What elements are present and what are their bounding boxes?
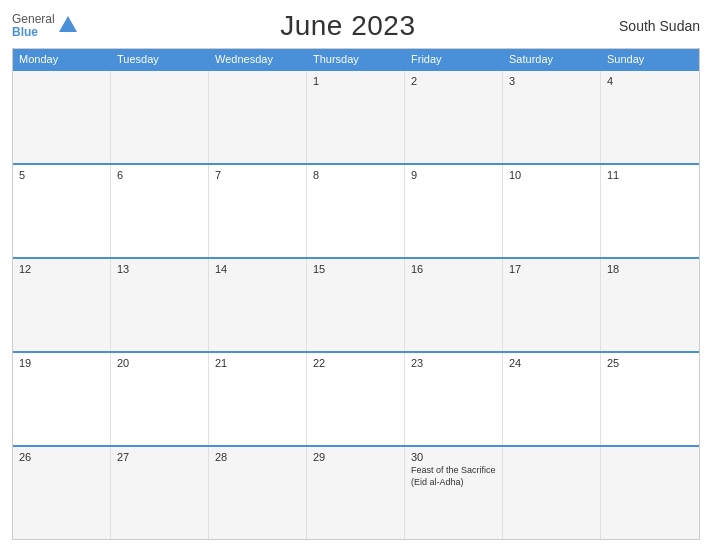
day-header-monday: Monday — [13, 49, 111, 69]
calendar-cell: 11 — [601, 165, 699, 257]
calendar-cell — [111, 71, 209, 163]
day-event: Feast of the Sacrifice (Eid al-Adha) — [411, 465, 496, 488]
day-header-friday: Friday — [405, 49, 503, 69]
day-number: 24 — [509, 357, 594, 369]
calendar-cell: 9 — [405, 165, 503, 257]
logo-text: General Blue — [12, 13, 55, 39]
week-row-3: 12131415161718 — [13, 257, 699, 351]
day-number: 20 — [117, 357, 202, 369]
day-number: 19 — [19, 357, 104, 369]
calendar-cell: 10 — [503, 165, 601, 257]
calendar-cell — [13, 71, 111, 163]
calendar-cell: 15 — [307, 259, 405, 351]
day-header-sunday: Sunday — [601, 49, 699, 69]
week-row-2: 567891011 — [13, 163, 699, 257]
calendar-cell: 22 — [307, 353, 405, 445]
calendar-cell: 14 — [209, 259, 307, 351]
calendar-cell: 28 — [209, 447, 307, 539]
day-number: 13 — [117, 263, 202, 275]
calendar-cell: 12 — [13, 259, 111, 351]
calendar-cell: 24 — [503, 353, 601, 445]
day-number: 23 — [411, 357, 496, 369]
day-number: 3 — [509, 75, 594, 87]
day-number: 28 — [215, 451, 300, 463]
day-header-tuesday: Tuesday — [111, 49, 209, 69]
day-number: 14 — [215, 263, 300, 275]
week-row-5: 2627282930Feast of the Sacrifice (Eid al… — [13, 445, 699, 539]
calendar-cell: 4 — [601, 71, 699, 163]
calendar-cell: 26 — [13, 447, 111, 539]
day-number: 12 — [19, 263, 104, 275]
calendar-cell: 8 — [307, 165, 405, 257]
calendar-cell: 16 — [405, 259, 503, 351]
calendar-cell: 18 — [601, 259, 699, 351]
day-number: 22 — [313, 357, 398, 369]
day-number: 27 — [117, 451, 202, 463]
day-header-thursday: Thursday — [307, 49, 405, 69]
day-number: 21 — [215, 357, 300, 369]
calendar-cell: 2 — [405, 71, 503, 163]
logo: General Blue — [12, 13, 77, 39]
day-number: 29 — [313, 451, 398, 463]
calendar-cell: 25 — [601, 353, 699, 445]
day-number: 8 — [313, 169, 398, 181]
calendar-cell: 21 — [209, 353, 307, 445]
day-number: 7 — [215, 169, 300, 181]
day-header-wednesday: Wednesday — [209, 49, 307, 69]
day-number: 25 — [607, 357, 693, 369]
day-number: 26 — [19, 451, 104, 463]
day-header-saturday: Saturday — [503, 49, 601, 69]
logo-triangle-icon — [59, 16, 77, 32]
calendar-weeks: 1234567891011121314151617181920212223242… — [13, 69, 699, 539]
day-number: 11 — [607, 169, 693, 181]
calendar-cell: 7 — [209, 165, 307, 257]
day-number: 6 — [117, 169, 202, 181]
calendar-grid: MondayTuesdayWednesdayThursdayFridaySatu… — [12, 48, 700, 540]
calendar-cell: 1 — [307, 71, 405, 163]
calendar-cell: 6 — [111, 165, 209, 257]
calendar-cell: 19 — [13, 353, 111, 445]
calendar-cell: 17 — [503, 259, 601, 351]
calendar-cell — [209, 71, 307, 163]
day-number: 30 — [411, 451, 496, 463]
day-number: 1 — [313, 75, 398, 87]
week-row-4: 19202122232425 — [13, 351, 699, 445]
calendar-cell: 30Feast of the Sacrifice (Eid al-Adha) — [405, 447, 503, 539]
day-headers-row: MondayTuesdayWednesdayThursdayFridaySatu… — [13, 49, 699, 69]
calendar-cell — [601, 447, 699, 539]
calendar-cell: 23 — [405, 353, 503, 445]
day-number: 5 — [19, 169, 104, 181]
calendar-cell: 13 — [111, 259, 209, 351]
country-label: South Sudan — [619, 18, 700, 34]
calendar-cell: 3 — [503, 71, 601, 163]
day-number: 16 — [411, 263, 496, 275]
day-number: 17 — [509, 263, 594, 275]
day-number: 4 — [607, 75, 693, 87]
calendar-page: General Blue June 2023 South Sudan Monda… — [0, 0, 712, 550]
day-number: 10 — [509, 169, 594, 181]
calendar-cell — [503, 447, 601, 539]
week-row-1: 1234 — [13, 69, 699, 163]
day-number: 18 — [607, 263, 693, 275]
day-number: 15 — [313, 263, 398, 275]
calendar-cell: 27 — [111, 447, 209, 539]
day-number: 2 — [411, 75, 496, 87]
header: General Blue June 2023 South Sudan — [12, 10, 700, 42]
day-number: 9 — [411, 169, 496, 181]
month-title: June 2023 — [280, 10, 415, 42]
calendar-cell: 5 — [13, 165, 111, 257]
calendar-cell: 20 — [111, 353, 209, 445]
calendar-cell: 29 — [307, 447, 405, 539]
